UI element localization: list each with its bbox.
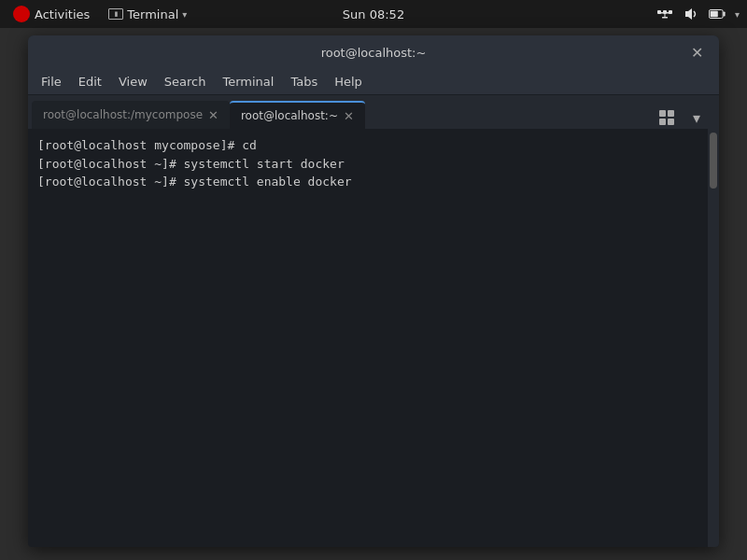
tab-active-home[interactable]: root@localhost:~ ✕ xyxy=(230,101,365,129)
menu-terminal[interactable]: Terminal xyxy=(215,72,281,91)
svg-rect-12 xyxy=(668,110,674,117)
menu-bar: File Edit View Search Terminal Tabs Help xyxy=(28,69,719,95)
battery-icon[interactable] xyxy=(709,6,726,22)
system-settings-chevron[interactable]: ▾ xyxy=(735,9,740,20)
network-icon[interactable] xyxy=(656,6,673,22)
tab-dropdown-icon: ▾ xyxy=(693,109,700,127)
system-bar-right: ▾ xyxy=(656,6,740,22)
terminal-app-label: Terminal xyxy=(127,7,178,21)
terminal-window: root@localhost:~ ✕ File Edit View Search… xyxy=(28,35,719,547)
system-bar-left: Activities ▮ Terminal ▾ xyxy=(7,4,192,24)
menu-file[interactable]: File xyxy=(34,72,69,91)
new-tab-button[interactable] xyxy=(654,106,680,129)
menu-help[interactable]: Help xyxy=(327,72,370,91)
terminal-dropdown-icon[interactable]: ▾ xyxy=(182,9,187,20)
terminal-line-1: [root@localhost mycompose]# cd xyxy=(37,136,698,155)
terminal-line-3: [root@localhost ~]# systemctl enable doc… xyxy=(37,173,698,191)
terminal-line-2: [root@localhost ~]# systemctl start dock… xyxy=(37,155,698,174)
tab-bar: root@localhost:/mycompose ✕ root@localho… xyxy=(28,95,719,129)
svg-marker-7 xyxy=(685,8,692,20)
tab-dropdown-button[interactable]: ▾ xyxy=(684,106,710,129)
menu-edit[interactable]: Edit xyxy=(71,72,109,91)
svg-rect-11 xyxy=(659,110,666,117)
svg-rect-5 xyxy=(664,14,665,17)
terminal-app-icon: ▮ xyxy=(108,8,123,20)
close-button[interactable]: ✕ xyxy=(685,41,708,63)
terminal-content: [root@localhost mycompose]# cd [root@loc… xyxy=(28,129,719,547)
svg-rect-3 xyxy=(660,12,663,14)
tab-close-inactive[interactable]: ✕ xyxy=(208,109,218,121)
terminal-app-button[interactable]: ▮ Terminal ▾ xyxy=(103,6,192,23)
window-title: root@localhost:~ xyxy=(62,46,685,60)
redhat-icon xyxy=(13,6,30,22)
system-bar: Activities ▮ Terminal ▾ Sun 08:52 xyxy=(0,0,747,28)
svg-rect-9 xyxy=(711,11,718,18)
svg-rect-4 xyxy=(667,12,669,14)
menu-tabs[interactable]: Tabs xyxy=(283,72,325,91)
svg-rect-10 xyxy=(724,12,726,17)
tab-inactive-mycompose[interactable]: root@localhost:/mycompose ✕ xyxy=(32,101,230,129)
tab-active-label: root@localhost:~ xyxy=(241,109,338,122)
tab-inactive-label: root@localhost:/mycompose xyxy=(43,108,203,121)
menu-view[interactable]: View xyxy=(111,72,155,91)
menu-search[interactable]: Search xyxy=(157,72,214,91)
system-clock: Sun 08:52 xyxy=(343,7,404,21)
tab-actions: ▾ xyxy=(654,106,715,129)
scrollbar[interactable] xyxy=(708,129,719,547)
title-bar: root@localhost:~ ✕ xyxy=(28,35,719,69)
activities-label: Activities xyxy=(35,7,90,21)
scrollbar-thumb[interactable] xyxy=(710,133,717,189)
activities-button[interactable]: Activities xyxy=(7,4,95,24)
terminal-text-area[interactable]: [root@localhost mycompose]# cd [root@loc… xyxy=(28,129,708,547)
svg-rect-6 xyxy=(662,17,668,19)
volume-icon[interactable] xyxy=(683,6,699,22)
svg-rect-13 xyxy=(659,119,666,125)
tab-close-active[interactable]: ✕ xyxy=(344,110,354,122)
svg-rect-1 xyxy=(663,10,667,14)
svg-rect-14 xyxy=(668,119,674,125)
